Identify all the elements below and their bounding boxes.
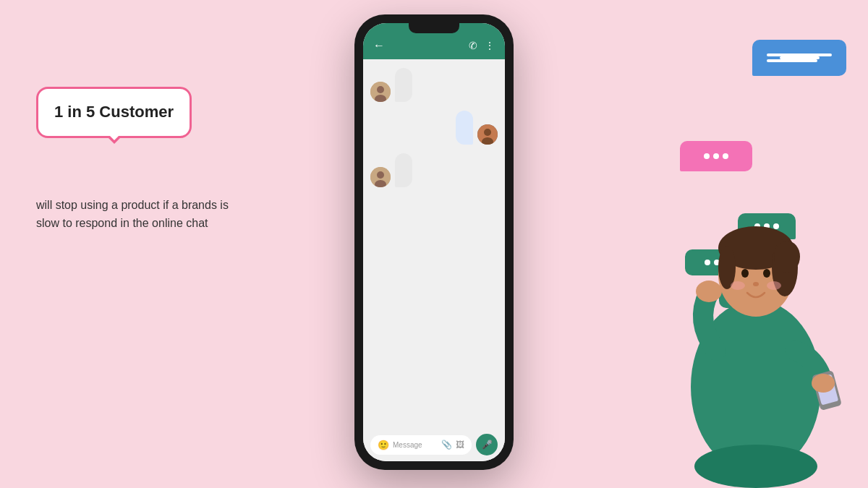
message-placeholder[interactable]: Message	[393, 441, 438, 449]
svg-point-25	[694, 445, 817, 488]
svg-point-4	[484, 129, 491, 136]
avatar-2	[477, 124, 498, 145]
svg-point-16	[741, 269, 749, 278]
deco-bubble-blue	[752, 40, 846, 76]
back-arrow[interactable]: ←	[373, 39, 385, 52]
phone-outer: ← ✆ ⋮	[354, 14, 514, 470]
message-input-box[interactable]: 🙂 Message 📎 🖼	[370, 435, 472, 455]
bubble-line	[767, 59, 817, 62]
image-icon[interactable]: 🖼	[456, 440, 464, 450]
header-icons: ✆ ⋮	[469, 40, 495, 51]
message-row-3	[370, 153, 498, 187]
menu-icon[interactable]: ⋮	[485, 40, 495, 51]
avatar-1	[370, 82, 391, 102]
phone-screen: ← ✆ ⋮	[363, 23, 505, 461]
left-section: 1 in 5 Customer will stop using a produc…	[36, 87, 239, 233]
phone-container: ← ✆ ⋮	[354, 14, 514, 470]
description-text: will stop using a product if a brands is…	[36, 196, 239, 233]
svg-point-19	[731, 281, 745, 290]
svg-point-17	[763, 269, 770, 278]
description-content: will stop using a product if a brands is…	[36, 199, 229, 230]
message-bubble-2	[456, 111, 473, 145]
message-row-1	[370, 68, 498, 102]
svg-point-15	[774, 241, 800, 273]
call-icon[interactable]: ✆	[469, 40, 477, 51]
stat-text: 1 in 5 Customer	[54, 102, 174, 123]
mic-button[interactable]: 🎤	[476, 434, 498, 455]
avatar-3	[370, 167, 391, 187]
person-illustration	[644, 141, 868, 488]
svg-point-21	[696, 281, 722, 302]
stat-bubble: 1 in 5 Customer	[36, 87, 192, 138]
svg-point-24	[812, 374, 835, 393]
emoji-icon[interactable]: 🙂	[378, 440, 389, 450]
attach-icon[interactable]: 📎	[441, 440, 452, 450]
chat-area	[363, 59, 505, 428]
svg-point-1	[377, 86, 384, 93]
svg-point-20	[767, 281, 781, 290]
message-row-2	[370, 111, 498, 145]
bubble-line	[767, 53, 832, 56]
message-bubble-3	[395, 153, 412, 187]
phone-notch	[409, 23, 459, 33]
svg-point-7	[377, 171, 384, 179]
input-bar: 🙂 Message 📎 🖼 🎤	[363, 428, 505, 461]
svg-point-18	[753, 282, 759, 286]
message-bubble-1	[395, 68, 412, 102]
